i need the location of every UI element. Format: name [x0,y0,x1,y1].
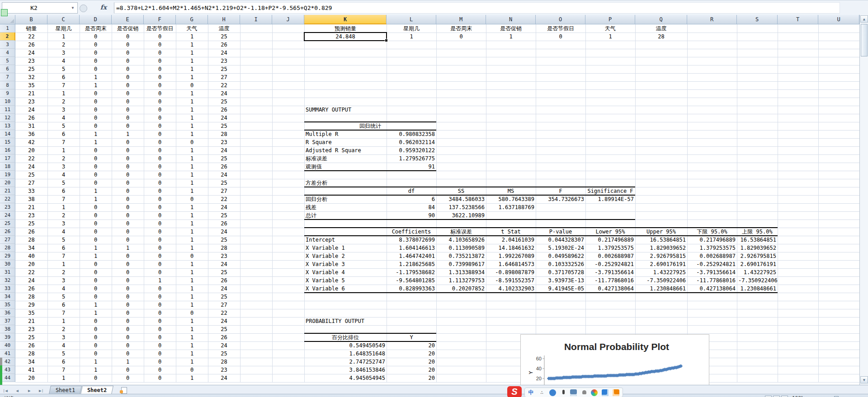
cell-D16[interactable]: 0 [80,146,112,154]
cell-F1[interactable]: 是否节假日 [144,24,176,33]
cell-E23[interactable]: 0 [112,203,144,211]
row-header-44[interactable]: 44 [0,374,15,382]
column-header-C[interactable]: C [47,15,80,24]
cell-O28[interactable]: 5.19302E-24 [536,244,585,252]
cell-B20[interactable]: 27 [15,179,47,187]
cell-P26[interactable]: Lower 95% [585,228,635,236]
row-header-21[interactable]: 21 [0,187,15,195]
cell-G39[interactable]: 1 [176,333,208,341]
cell-H6[interactable]: 25 [208,65,240,73]
cell-B21[interactable]: 33 [15,187,47,195]
cell-D2[interactable]: 0 [80,33,112,41]
cell-C6[interactable]: 5 [47,65,80,73]
cell-F21[interactable]: 0 [144,187,176,195]
cell-C27[interactable]: 5 [47,236,80,244]
cell-K31[interactable]: X Variable 4 [304,268,387,276]
row-header-4[interactable]: 4 [0,49,15,57]
cell-G43[interactable]: 0 [176,366,208,374]
sogou-logo-icon[interactable]: S [507,386,522,397]
cell-C28[interactable]: 6 [47,244,80,252]
cell-D14[interactable]: 1 [80,130,112,138]
cell-H28[interactable]: 28 [208,244,240,252]
cell-C39[interactable]: 3 [47,333,80,341]
cell-S29[interactable]: 2.926795815 [737,252,778,260]
row-header-34[interactable]: 34 [0,293,15,301]
cell-E14[interactable]: 1 [112,130,144,138]
cell-F2[interactable]: 0 [144,33,176,41]
cell-H24[interactable]: 25 [208,211,240,220]
sheet-tab-sheet2[interactable]: Sheet2 [80,386,113,394]
row-header-15[interactable]: 15 [0,138,15,146]
cell-B32[interactable]: 24 [15,276,47,285]
cell-C12[interactable]: 4 [47,114,80,122]
cell-L30[interactable]: 1.218625685 [387,260,436,268]
cell-G6[interactable]: 1 [176,65,208,73]
cell-G4[interactable]: 1 [176,49,208,57]
cell-K13[interactable]: 回归统计 [304,122,436,130]
row-header-40[interactable]: 40 [0,341,15,350]
cell-C10[interactable]: 2 [47,98,80,106]
row-header-20[interactable]: 20 [0,179,15,187]
cell-C8[interactable]: 7 [47,81,80,89]
cell-D38[interactable]: 0 [80,325,112,333]
cell-G19[interactable]: 1 [176,171,208,179]
cell-D1[interactable]: 是否周末 [80,24,112,33]
cell-C3[interactable]: 2 [47,41,80,49]
cell-S28[interactable]: 1.829039652 [737,244,778,252]
cell-C2[interactable]: 1 [47,33,80,41]
cell-K23[interactable]: 残差 [304,203,387,211]
cell-K33[interactable]: X Variable 6 [304,285,387,293]
cell-K15[interactable]: R Square [304,138,387,146]
cell-B29[interactable]: 40 [15,252,47,260]
cell-G21[interactable]: 1 [176,187,208,195]
cell-L32[interactable]: -9.564801285 [387,276,436,285]
ime-keyboard-icon[interactable] [570,389,577,396]
cell-B38[interactable]: 23 [15,325,47,333]
cell-D34[interactable]: 0 [80,293,112,301]
cell-F31[interactable]: 0 [144,268,176,276]
cell-N33[interactable]: 4.102332903 [486,285,536,293]
cell-O27[interactable]: 0.044328307 [536,236,585,244]
cell-B30[interactable]: 20 [15,260,47,268]
cell-F3[interactable]: 0 [144,41,176,49]
cell-C43[interactable]: 7 [47,366,80,374]
column-header-O[interactable]: O [536,15,585,24]
cell-K32[interactable]: X Variable 5 [304,276,387,285]
cell-D5[interactable]: 0 [80,57,112,65]
cell-D10[interactable]: 0 [80,98,112,106]
cell-H11[interactable]: 26 [208,106,240,114]
cell-B22[interactable]: 38 [15,195,47,203]
name-box[interactable]: K2 ▼ [2,2,78,14]
cell-R26[interactable]: 下限 95.0% [687,228,737,236]
cell-H4[interactable]: 24 [208,49,240,57]
cell-F44[interactable]: 0 [144,374,176,382]
cell-C41[interactable]: 5 [47,350,80,358]
cell-O26[interactable]: P-value [536,228,585,236]
cell-L16[interactable]: 0.959320122 [387,146,436,154]
row-header-13[interactable]: 13 [0,122,15,130]
cell-L1[interactable]: 星期几 [387,24,436,33]
cell-M29[interactable]: 0.735213872 [436,252,486,260]
cell-G5[interactable]: 1 [176,57,208,65]
cell-C23[interactable]: 1 [47,203,80,211]
cell-H18[interactable]: 26 [208,163,240,171]
cell-G22[interactable]: 0 [176,195,208,203]
selected-cell-K2[interactable] [304,32,387,41]
cell-G8[interactable]: 0 [176,81,208,89]
ime-chinese-mode-icon[interactable]: 中 [528,389,534,396]
row-header-37[interactable]: 37 [0,317,15,325]
column-header-S[interactable]: S [737,15,778,24]
cell-F19[interactable]: 0 [144,171,176,179]
cell-K16[interactable]: Adjusted R Square [304,146,387,154]
cell-F33[interactable]: 0 [144,285,176,293]
row-header-41[interactable]: 41 [0,350,15,358]
row-header-27[interactable]: 27 [0,236,15,244]
cell-B25[interactable]: 25 [15,220,47,228]
cell-H30[interactable]: 24 [208,260,240,268]
cell-L15[interactable]: 0.962032114 [387,138,436,146]
cell-Q1[interactable]: 温度 [635,24,687,33]
ime-user-icon[interactable] [581,389,588,396]
cell-O21[interactable]: F [536,187,585,195]
cell-B23[interactable]: 21 [15,203,47,211]
cell-S31[interactable]: 1.43227925 [737,268,778,276]
